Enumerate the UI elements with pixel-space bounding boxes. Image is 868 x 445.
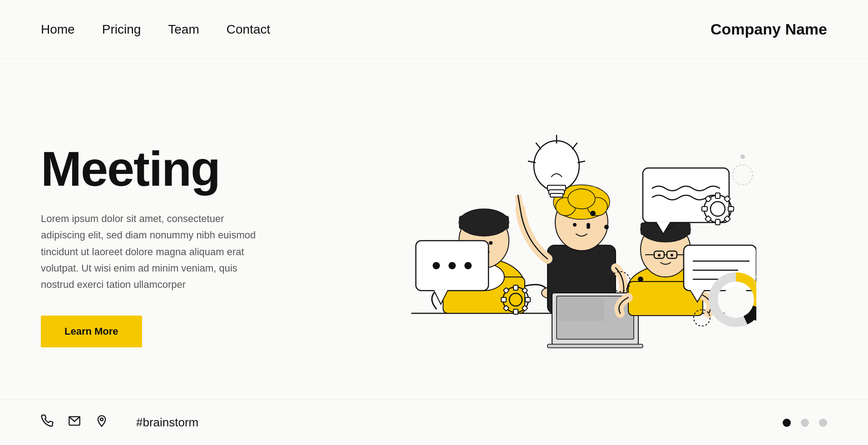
dot-2[interactable] bbox=[801, 419, 809, 427]
svg-point-40 bbox=[433, 262, 440, 269]
svg-rect-55 bbox=[550, 193, 563, 197]
nav-pricing[interactable]: Pricing bbox=[102, 22, 141, 37]
svg-rect-6 bbox=[459, 216, 509, 229]
svg-point-42 bbox=[464, 262, 472, 269]
svg-rect-22 bbox=[559, 298, 604, 321]
svg-point-84 bbox=[722, 286, 750, 313]
svg-point-15 bbox=[568, 189, 595, 209]
meeting-illustration bbox=[348, 86, 756, 368]
nav-links: Home Pricing Team Contact bbox=[41, 22, 270, 37]
svg-rect-66 bbox=[728, 207, 734, 211]
email-icon[interactable] bbox=[68, 415, 81, 430]
svg-point-35 bbox=[658, 254, 661, 257]
svg-line-57 bbox=[536, 143, 541, 149]
svg-point-91 bbox=[587, 225, 590, 229]
svg-point-94 bbox=[740, 154, 745, 159]
main-content: Meeting Lorem ipsum dolor sit amet, cons… bbox=[0, 59, 868, 386]
svg-point-8 bbox=[489, 241, 493, 245]
svg-rect-65 bbox=[702, 207, 707, 211]
svg-point-41 bbox=[449, 262, 456, 269]
svg-rect-75 bbox=[501, 297, 506, 302]
nav-contact[interactable]: Contact bbox=[227, 22, 271, 37]
left-section: Meeting Lorem ipsum dolor sit amet, cons… bbox=[41, 125, 277, 348]
svg-rect-63 bbox=[715, 193, 720, 198]
location-icon[interactable] bbox=[95, 415, 108, 430]
nav-team[interactable]: Team bbox=[168, 22, 199, 37]
nav-home[interactable]: Home bbox=[41, 22, 75, 37]
svg-point-90 bbox=[604, 225, 609, 229]
learn-more-button[interactable]: Learn More bbox=[41, 316, 142, 347]
svg-point-87 bbox=[733, 165, 753, 185]
svg-point-89 bbox=[590, 211, 596, 216]
dot-3[interactable] bbox=[819, 419, 827, 427]
svg-point-92 bbox=[638, 277, 643, 282]
dot-1[interactable] bbox=[783, 419, 791, 427]
svg-line-58 bbox=[572, 143, 577, 149]
svg-rect-23 bbox=[547, 344, 643, 348]
svg-point-36 bbox=[671, 254, 673, 257]
svg-rect-76 bbox=[525, 297, 530, 302]
svg-rect-74 bbox=[513, 309, 518, 314]
brand-name: Company Name bbox=[710, 20, 827, 38]
illustration-section bbox=[277, 73, 827, 381]
pagination-dots bbox=[783, 419, 827, 427]
footer-icons: #brainstorm bbox=[41, 415, 198, 430]
hero-title: Meeting bbox=[41, 143, 277, 194]
svg-rect-64 bbox=[715, 219, 720, 225]
svg-rect-73 bbox=[513, 285, 518, 290]
hero-description: Lorem ipsum dolor sit amet, consectetuer… bbox=[41, 211, 259, 293]
footer: #brainstorm bbox=[0, 400, 868, 445]
svg-point-16 bbox=[573, 223, 577, 227]
svg-point-96 bbox=[100, 418, 103, 421]
navigation: Home Pricing Team Contact Company Name bbox=[0, 0, 868, 59]
hashtag-label: #brainstorm bbox=[136, 415, 198, 430]
phone-icon[interactable] bbox=[41, 415, 54, 430]
